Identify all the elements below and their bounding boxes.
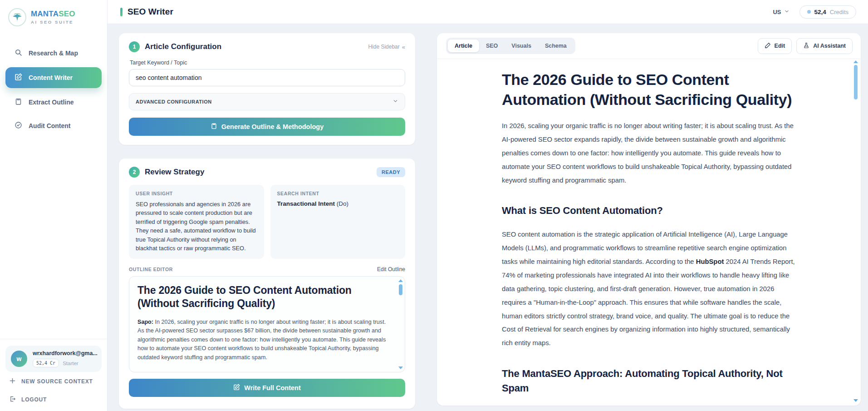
sidebar-item-label: Content Writer bbox=[29, 74, 73, 81]
sidebar-item-label: Research & Map bbox=[29, 50, 78, 57]
keyword-input[interactable] bbox=[129, 69, 405, 86]
sidebar-item-label: Audit Content bbox=[29, 122, 71, 129]
review-strategy-card: 2 Review Strategy READY USER INSIGHT SEO… bbox=[119, 158, 415, 409]
tab-seo[interactable]: SEO bbox=[479, 40, 505, 52]
outline-editor-label: OUTLINE EDITOR bbox=[129, 267, 173, 272]
tab-visuals[interactable]: Visuals bbox=[505, 40, 538, 52]
credits-badge: 52,4 Cr bbox=[33, 359, 59, 367]
sidebar-item-content-writer[interactable]: Content Writer bbox=[5, 67, 102, 88]
article-heading-1: What is SEO Content Automation? bbox=[502, 203, 796, 218]
config-column: 1 Article Configuration Hide Sidebar « T… bbox=[119, 33, 415, 409]
credits-word: Credits bbox=[830, 9, 848, 15]
edit-outline-button[interactable]: Edit Outline bbox=[377, 266, 405, 272]
outline-editor[interactable]: The 2026 Guide to SEO Content Automation… bbox=[129, 276, 405, 372]
status-badge: READY bbox=[377, 167, 405, 177]
main-content: 1 Article Configuration Hide Sidebar « T… bbox=[108, 24, 868, 411]
scroll-down-icon[interactable] bbox=[398, 366, 403, 369]
brand-name: MANTASEO bbox=[31, 10, 75, 19]
scroll-thumb[interactable] bbox=[854, 65, 858, 99]
scroll-thumb[interactable] bbox=[399, 284, 402, 295]
new-source-context-label: NEW SOURCE CONTEXT bbox=[21, 378, 93, 385]
strategy-card-title: Review Strategy bbox=[145, 168, 204, 177]
user-insight-text: SEO professionals and agencies in 2026 a… bbox=[136, 200, 257, 253]
plan-label: Starter bbox=[63, 361, 78, 366]
user-insight-box: USER INSIGHT SEO professionals and agenc… bbox=[129, 185, 264, 259]
sidebar-item-label: Extract Outline bbox=[29, 99, 74, 106]
sidebar-item-audit-content[interactable]: Audit Content bbox=[0, 116, 107, 135]
brand: MANTASEO AI SEO SUITE bbox=[0, 0, 107, 31]
new-source-context-button[interactable]: NEW SOURCE CONTEXT bbox=[5, 372, 102, 386]
article-content-area[interactable]: The 2026 Guide to SEO Content Automation… bbox=[437, 59, 861, 406]
outline-scrollbar[interactable] bbox=[398, 278, 403, 370]
double-chevron-left-icon: « bbox=[402, 44, 405, 50]
search-intent-label: SEARCH INTENT bbox=[277, 191, 399, 196]
hide-sidebar-button[interactable]: Hide Sidebar « bbox=[368, 44, 405, 50]
sidebar: MANTASEO AI SEO SUITE Research & Map Con… bbox=[0, 0, 108, 411]
page-title: SEO Writer bbox=[128, 7, 173, 17]
region-selector[interactable]: US bbox=[773, 9, 789, 15]
article-body: The 2026 Guide to SEO Content Automation… bbox=[502, 59, 796, 406]
logout-icon bbox=[9, 396, 16, 404]
topbar: SEO Writer US 52,4 Credits bbox=[108, 0, 868, 24]
article-title: The 2026 Guide to SEO Content Automation… bbox=[502, 70, 796, 109]
plus-icon bbox=[9, 377, 16, 386]
check-circle-icon bbox=[15, 121, 22, 130]
tab-article[interactable]: Article bbox=[448, 40, 479, 52]
region-value: US bbox=[773, 9, 781, 15]
article-heading-2: The MantaSEO Approach: Automating Topica… bbox=[502, 366, 796, 396]
edit-square-icon bbox=[15, 73, 22, 82]
preview-tabs: Article SEO Visuals Schema bbox=[446, 38, 575, 54]
pencil-icon bbox=[765, 42, 771, 50]
write-full-content-button[interactable]: Write Full Content bbox=[129, 379, 405, 397]
outline-sapo: Sapo: In 2026, scaling your organic traf… bbox=[137, 318, 391, 362]
sidebar-item-research-map[interactable]: Research & Map bbox=[0, 44, 107, 63]
scroll-down-icon[interactable] bbox=[853, 399, 858, 402]
logout-label: LOGOUT bbox=[21, 396, 47, 403]
sidebar-item-extract-outline[interactable]: Extract Outline bbox=[0, 93, 107, 112]
user-email: wrxhardforwork@gma... bbox=[33, 350, 98, 357]
ai-assistant-button[interactable]: AI Assistant bbox=[796, 38, 853, 54]
chevron-down-icon bbox=[784, 9, 790, 15]
credits-amount: 52,4 bbox=[814, 9, 826, 15]
brand-subtitle: AI SEO SUITE bbox=[31, 20, 75, 25]
edit-square-icon bbox=[233, 384, 240, 392]
title-accent-bar bbox=[120, 8, 123, 16]
clipboard-icon bbox=[211, 123, 217, 131]
advanced-configuration-toggle[interactable]: ADVANCED CONFIGURATION bbox=[129, 93, 405, 110]
step-2-badge: 2 bbox=[129, 167, 140, 178]
search-icon bbox=[15, 49, 22, 58]
generate-outline-button[interactable]: Generate Outline & Methodology bbox=[129, 118, 405, 136]
chevron-down-icon bbox=[392, 98, 398, 106]
preview-header: Article SEO Visuals Schema Edit AI Assis… bbox=[437, 33, 861, 59]
clipboard-icon bbox=[15, 98, 22, 107]
preview-scrollbar[interactable] bbox=[853, 60, 858, 403]
edit-button[interactable]: Edit bbox=[758, 38, 792, 54]
article-intro: In 2026, scaling your organic traffic is… bbox=[502, 119, 796, 187]
user-card[interactable]: w wrxhardforwork@gma... 52,4 Cr Starter bbox=[5, 346, 102, 372]
article-paragraph-1: SEO content automation is the strategic … bbox=[502, 228, 796, 350]
logout-button[interactable]: LOGOUT bbox=[5, 386, 102, 405]
article-preview-panel: Article SEO Visuals Schema Edit AI Assis… bbox=[437, 33, 861, 406]
search-intent-value: Transactional Intent (Do) bbox=[277, 200, 399, 207]
outline-title: The 2026 Guide to SEO Content Automation… bbox=[137, 284, 391, 311]
scroll-up-icon[interactable] bbox=[853, 60, 858, 63]
tab-schema[interactable]: Schema bbox=[538, 40, 574, 52]
credits-dot-icon bbox=[807, 10, 811, 14]
flask-icon bbox=[803, 42, 809, 50]
keyword-label: Target Keyword / Topic bbox=[130, 59, 405, 66]
scroll-up-icon[interactable] bbox=[398, 279, 403, 282]
search-intent-box: SEARCH INTENT Transactional Intent (Do) bbox=[270, 185, 406, 259]
sidebar-nav: Research & Map Content Writer Extract Ou… bbox=[0, 44, 107, 135]
article-configuration-card: 1 Article Configuration Hide Sidebar « T… bbox=[119, 33, 415, 145]
avatar: w bbox=[11, 351, 27, 367]
credits-pill[interactable]: 52,4 Credits bbox=[799, 5, 856, 19]
sidebar-bottom: w wrxhardforwork@gma... 52,4 Cr Starter … bbox=[0, 339, 107, 411]
user-insight-label: USER INSIGHT bbox=[136, 191, 257, 196]
step-1-badge: 1 bbox=[129, 41, 140, 52]
manta-logo-icon bbox=[8, 8, 26, 26]
config-card-title: Article Configuration bbox=[145, 42, 221, 51]
